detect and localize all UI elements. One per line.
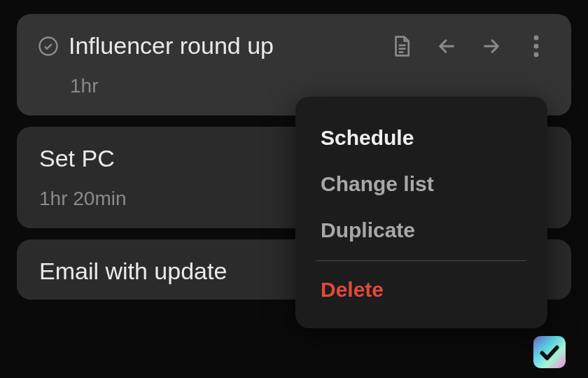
app-badge-icon[interactable] <box>533 336 566 368</box>
task-title-group: Email with update <box>38 258 227 285</box>
task-header: Influencer round up <box>38 32 549 59</box>
svg-point-7 <box>534 43 539 48</box>
arrow-right-icon[interactable] <box>479 34 504 59</box>
arrow-left-icon[interactable] <box>434 34 459 59</box>
menu-item-duplicate[interactable]: Duplicate <box>295 207 547 253</box>
context-menu: Schedule Change list Duplicate Delete <box>295 97 547 328</box>
more-vertical-icon[interactable] <box>524 34 549 59</box>
task-title: Email with update <box>39 258 227 285</box>
task-title: Influencer round up <box>69 32 274 59</box>
svg-point-0 <box>40 37 57 55</box>
task-actions <box>389 34 549 59</box>
task-title-group: Set PC <box>38 145 115 172</box>
task-title: Set PC <box>39 145 115 172</box>
task-title-group: Influencer round up <box>38 32 274 59</box>
svg-point-8 <box>534 52 539 57</box>
document-icon[interactable] <box>389 34 414 59</box>
menu-item-schedule[interactable]: Schedule <box>295 115 547 161</box>
menu-item-change-list[interactable]: Change list <box>295 161 547 207</box>
menu-item-delete[interactable]: Delete <box>295 267 547 313</box>
task-duration: 1hr <box>70 75 549 97</box>
check-circle-icon[interactable] <box>38 36 59 57</box>
menu-divider <box>316 260 526 261</box>
svg-point-6 <box>534 35 539 40</box>
